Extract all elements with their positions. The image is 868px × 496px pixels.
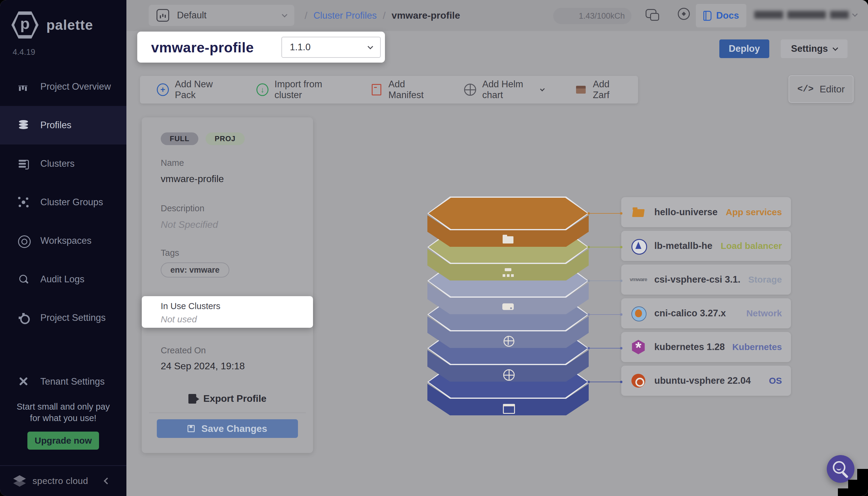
editor-label: Editor: [820, 84, 845, 95]
export-profile-button[interactable]: Export Profile: [142, 393, 313, 404]
hello-universe-logo-icon: [630, 204, 647, 220]
sidebar-item[interactable]: Project Settings: [0, 298, 126, 337]
docs-button[interactable]: Docs: [696, 4, 746, 27]
sidebar-item-label: Audit Logs: [40, 274, 84, 285]
tags-label: Tags: [161, 248, 179, 258]
toolbar-item-label: Add Helm chart: [482, 79, 534, 100]
manifest-file-icon: [371, 84, 383, 96]
pack-category: Load balancer: [721, 241, 782, 251]
breadcrumb-separator: /: [383, 10, 386, 21]
chevron-down-icon: [540, 87, 545, 92]
nodes-icon: [17, 196, 30, 208]
pack-row[interactable]: ubuntu-vsphere 22.04 OS: [621, 366, 791, 396]
sidebar-item-label: Cluster Groups: [40, 197, 103, 208]
spectro-cloud-logo-icon: [13, 475, 26, 487]
promo-text-line2: for what you use!: [0, 412, 126, 424]
in-use-clusters-value: Not used: [161, 314, 197, 324]
deploy-button[interactable]: Deploy: [719, 40, 769, 58]
upgrade-now-button[interactable]: Upgrade now: [27, 432, 99, 450]
audit-search-icon: [17, 273, 30, 285]
sidebar: palette 4.4.19 Project Overview Profiles…: [0, 0, 126, 496]
toolbar-item[interactable]: Add Manifest: [371, 79, 433, 100]
breadcrumb-current: vmware-profile: [391, 10, 460, 21]
sidebar-item[interactable]: Audit Logs: [0, 260, 126, 298]
app-window: palette 4.4.19 Project Overview Profiles…: [0, 0, 868, 496]
toolbar-item-label: Add Zarf: [593, 79, 621, 100]
gear-icon: [17, 312, 30, 324]
pack-row[interactable]: cni-calico 3.27.x Network: [621, 298, 791, 328]
brand: palette: [12, 11, 93, 39]
add-pack-plus-icon: [157, 84, 169, 96]
export-icon: [188, 394, 196, 404]
profile-version-select[interactable]: 1.1.0: [281, 37, 381, 58]
description-label: Description: [161, 203, 204, 213]
sidebar-nav: Project Overview Profiles Clusters Clust…: [0, 67, 126, 401]
chevron-down-icon: [282, 12, 287, 17]
pack-row[interactable]: kubernetes 1.28.x Kubernetes: [621, 332, 791, 362]
helm-wheel-icon: [464, 84, 476, 96]
sidebar-item[interactable]: Project Overview: [0, 67, 126, 106]
save-changes-button[interactable]: Save Changes: [157, 419, 298, 438]
main-content: Default / Cluster Profiles / vmware-prof…: [126, 0, 868, 496]
pack-toolbar: Add New Pack Import from cluster Add Man…: [140, 76, 638, 104]
toolbar-item-label: Add New Pack: [175, 79, 225, 100]
layers-icon: [17, 119, 30, 131]
editor-button[interactable]: </> Editor: [789, 75, 854, 103]
badge-proj: PROJ: [205, 133, 244, 145]
sidebar-item-label: Clusters: [40, 158, 75, 169]
sidebar-collapse-icon[interactable]: [104, 478, 111, 484]
profile-details-panel: FULL PROJ Name vmware-profile Descriptio…: [142, 118, 313, 453]
breadcrumb-separator: /: [305, 10, 307, 21]
topbar: Default / Cluster Profiles / vmware-prof…: [126, 0, 868, 31]
sidebar-item-label: Project Settings: [40, 312, 106, 323]
pack-category: Network: [746, 308, 782, 319]
compass-help-icon[interactable]: [678, 8, 690, 20]
book-icon: [703, 11, 712, 21]
kubernetes-logo-icon: [630, 339, 647, 355]
sidebar-item[interactable]: Tenant Settings: [0, 362, 126, 401]
magnifier-smile-icon: [833, 461, 846, 474]
breadcrumb: / Cluster Profiles / vmware-profile: [305, 0, 460, 31]
search-fab-button[interactable]: [827, 455, 854, 483]
toolbar-item[interactable]: Add New Pack: [157, 79, 225, 100]
zarf-box-icon: [575, 84, 587, 96]
pack-row[interactable]: hello-universe 1.2.0 App services: [621, 197, 791, 227]
pack-row[interactable]: csi-vsphere-csi 3.1.x Storage: [621, 265, 791, 295]
project-selector[interactable]: Default: [149, 5, 294, 26]
chat-icon[interactable]: [646, 9, 656, 18]
toolbar-item[interactable]: Add Zarf: [575, 79, 621, 100]
sidebar-item[interactable]: Profiles: [0, 106, 126, 144]
pack-name: lb-metallb-helm 0.1…: [654, 241, 713, 251]
save-changes-label: Save Changes: [201, 423, 267, 434]
bar-chart-icon: [17, 81, 30, 93]
vmware-logo-icon: [630, 272, 647, 288]
pack-name: cni-calico 3.27.x: [654, 308, 739, 319]
user-menu[interactable]: [754, 11, 857, 19]
tools-icon: [17, 376, 30, 388]
page-title: vmware-profile: [151, 39, 254, 56]
name-label: Name: [161, 158, 184, 168]
settings-button[interactable]: Settings: [781, 40, 848, 58]
orbit-icon: [17, 235, 30, 247]
sidebar-item[interactable]: Cluster Groups: [0, 183, 126, 221]
app-version: 4.4.19: [13, 48, 35, 57]
pack-row[interactable]: lb-metallb-helm 0.1… Load balancer: [621, 231, 791, 261]
pack-name: csi-vsphere-csi 3.1.x: [654, 274, 740, 285]
sidebar-item[interactable]: Workspaces: [0, 221, 126, 260]
divider: [149, 413, 306, 413]
project-selector-value: Default: [177, 10, 275, 21]
profile-badges: FULL PROJ: [161, 133, 245, 145]
sidebar-item[interactable]: Clusters: [0, 144, 126, 183]
pack-name: ubuntu-vsphere 22.04: [654, 375, 761, 386]
stack-layer[interactable]: [428, 197, 626, 281]
user-name-redacted: [754, 11, 783, 19]
promo-text-line1: Start small and only pay: [0, 401, 126, 412]
toolbar-item[interactable]: Add Helm chart: [464, 79, 544, 100]
name-value: vmware-profile: [161, 173, 224, 185]
chevron-down-icon: [368, 44, 373, 49]
in-use-clusters-highlight: In Use Clusters Not used: [142, 296, 313, 328]
spectro-cloud-brand: spectro cloud: [32, 476, 88, 486]
breadcrumb-link-cluster-profiles[interactable]: Cluster Profiles: [313, 10, 376, 21]
pack-category: OS: [769, 376, 782, 386]
toolbar-item[interactable]: Import from cluster: [257, 79, 339, 100]
